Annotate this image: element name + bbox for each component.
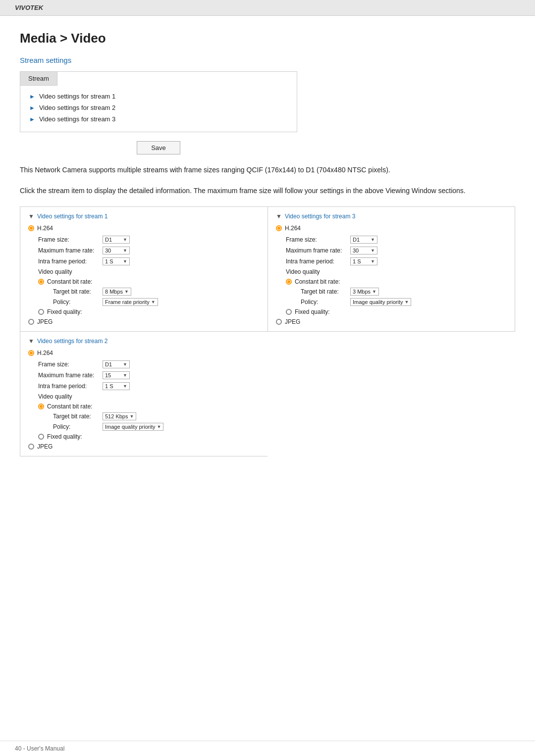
stream1-max-frame-rate-label: Maximum frame rate:	[38, 247, 103, 254]
stream1-max-frame-rate-row: Maximum frame rate: 30 ▼	[38, 247, 260, 254]
stream2-jpeg-row: JPEG	[28, 443, 260, 450]
stream2-header: ▼ Video settings for stream 2	[28, 338, 260, 345]
stream3-codec-row: H.264	[276, 225, 507, 232]
stream3-policy-select[interactable]: Image quality priority ▼	[350, 298, 411, 306]
stream3-target-arrow: ▼	[372, 289, 376, 294]
left-column: ▼ Video settings for stream 1 H.264 Fram…	[20, 206, 268, 456]
stream3-intra-arrow: ▼	[371, 259, 375, 264]
stream1-header: ▼ Video settings for stream 1	[28, 213, 260, 220]
footer-text: 40 - User's Manual	[15, 745, 64, 752]
stream1-jpeg-radio[interactable]	[28, 319, 34, 325]
stream3-cbr-radio[interactable]	[286, 279, 292, 285]
stream3-intra-frame-row: Intra frame period: 1 S ▼	[286, 257, 507, 265]
collapse-arrow-1: ▼	[28, 213, 34, 220]
top-bar: VIVOTEK	[0, 0, 535, 16]
stream2-policy-select[interactable]: Image quality priority ▼	[103, 423, 163, 431]
stream2-jpeg-radio[interactable]	[28, 444, 34, 450]
footer-bar: 40 - User's Manual	[0, 741, 535, 756]
stream1-frame-size-select[interactable]: D1 ▼	[103, 236, 130, 244]
stream3-frame-size-select[interactable]: D1 ▼	[350, 236, 377, 244]
stream2-intra-frame-row: Intra frame period: 1 S ▼	[38, 382, 260, 390]
stream1-title: Video settings for stream 1	[37, 213, 108, 220]
stream2-target-bit-rate-label: Target bit rate:	[53, 413, 103, 420]
stream1-target-bit-rate-select[interactable]: 8 Mbps ▼	[103, 288, 131, 296]
collapse-arrow-3: ▼	[276, 213, 282, 220]
stream2-frame-size-row: Frame size: D1 ▼	[38, 360, 260, 368]
stream2-policy-arrow: ▼	[157, 424, 161, 429]
stream1-intra-frame-row: Intra frame period: 1 S ▼	[38, 257, 260, 265]
stream1-cbr-row: Constant bit rate:	[38, 278, 260, 285]
stream1-jpeg-label: JPEG	[37, 318, 53, 325]
save-row: Save	[20, 141, 297, 154]
stream3-jpeg-label: JPEG	[285, 318, 300, 325]
stream1-panel: ▼ Video settings for stream 1 H.264 Fram…	[20, 206, 268, 332]
stream1-policy-row: Policy: Frame rate priority ▼	[53, 298, 260, 306]
stream2-max-frame-rate-select[interactable]: 15 ▼	[103, 371, 130, 379]
stream2-fixed-quality-row: Fixed quality:	[38, 433, 260, 440]
stream3-jpeg-radio[interactable]	[276, 319, 282, 325]
stream1-max-frame-rate-select[interactable]: 30 ▼	[103, 247, 130, 254]
description-1: This Network Camera supports multiple st…	[20, 164, 515, 175]
stream2-h264-radio[interactable]	[28, 350, 34, 356]
stream2-frame-size-label: Frame size:	[38, 361, 103, 368]
stream2-target-bit-rate-select[interactable]: 512 Kbps ▼	[103, 412, 136, 420]
stream-item-1-label: Video settings for stream 1	[39, 93, 115, 100]
stream2-cbr-row: Constant bit rate:	[38, 403, 260, 410]
stream1-intra-frame-select[interactable]: 1 S ▼	[103, 257, 130, 265]
stream1-policy-select[interactable]: Frame rate priority ▼	[103, 298, 158, 306]
stream1-fixed-quality-radio[interactable]	[38, 309, 44, 315]
main-content: Media > Video Stream settings Stream ► V…	[0, 16, 535, 471]
save-button[interactable]: Save	[137, 141, 180, 154]
stream3-frame-size-row: Frame size: D1 ▼	[286, 236, 507, 244]
stream1-fixed-quality-label: Fixed quality:	[47, 308, 82, 315]
stream1-fixed-quality-row: Fixed quality:	[38, 308, 260, 315]
stream3-fixed-quality-row: Fixed quality:	[286, 308, 507, 315]
stream3-policy-row: Policy: Image quality priority ▼	[301, 298, 507, 306]
stream-item-1[interactable]: ► Video settings for stream 1	[29, 91, 288, 102]
stream1-target-bit-rate-label: Target bit rate:	[53, 288, 103, 295]
stream3-video-quality-label: Video quality	[286, 268, 350, 275]
arrow-icon-2: ►	[29, 104, 35, 111]
stream2-panel: ▼ Video settings for stream 2 H.264 Fram…	[20, 332, 268, 456]
stream3-frame-size-arrow: ▼	[371, 237, 375, 242]
stream2-cbr-radio[interactable]	[38, 403, 44, 409]
stream3-cbr-label: Constant bit rate:	[295, 278, 340, 285]
stream1-target-arrow: ▼	[124, 289, 129, 294]
stream1-cbr-label: Constant bit rate:	[47, 278, 92, 285]
right-column: ▼ Video settings for stream 3 H.264 Fram…	[268, 206, 515, 456]
stream2-fixed-quality-label: Fixed quality:	[47, 433, 82, 440]
stream3-cbr-row: Constant bit rate:	[286, 278, 507, 285]
stream3-target-bit-rate-label: Target bit rate:	[301, 288, 350, 295]
stream2-intra-arrow: ▼	[123, 384, 127, 389]
stream1-h264-radio[interactable]	[28, 225, 34, 231]
stream1-policy-arrow: ▼	[151, 300, 156, 304]
stream3-h264-radio[interactable]	[276, 225, 282, 231]
stream2-intra-frame-label: Intra frame period:	[38, 383, 103, 390]
stream3-max-frame-rate-select[interactable]: 30 ▼	[350, 247, 377, 254]
stream1-frame-size-arrow: ▼	[123, 237, 127, 242]
page-title: Media > Video	[20, 31, 515, 46]
stream-tab[interactable]: Stream	[20, 72, 57, 86]
stream3-intra-frame-label: Intra frame period:	[286, 258, 350, 265]
stream3-policy-label: Policy:	[301, 299, 350, 305]
stream3-max-frame-rate-row: Maximum frame rate: 30 ▼	[286, 247, 507, 254]
stream1-video-quality-row: Video quality	[38, 268, 260, 275]
stream2-fixed-quality-radio[interactable]	[38, 434, 44, 440]
stream3-target-bit-rate-select[interactable]: 3 Mbps ▼	[350, 288, 379, 296]
stream1-frame-size-label: Frame size:	[38, 236, 103, 243]
stream3-codec-label: H.264	[285, 225, 301, 232]
stream2-policy-row: Policy: Image quality priority ▼	[53, 423, 260, 431]
stream3-fixed-quality-radio[interactable]	[286, 309, 292, 315]
stream2-frame-size-select[interactable]: D1 ▼	[103, 360, 130, 368]
stream3-intra-frame-select[interactable]: 1 S ▼	[350, 257, 377, 265]
stream-item-2[interactable]: ► Video settings for stream 2	[29, 102, 288, 113]
stream2-intra-frame-select[interactable]: 1 S ▼	[103, 382, 130, 390]
stream2-codec-label: H.264	[37, 350, 53, 356]
stream2-video-quality-row: Video quality	[38, 393, 260, 400]
stream1-target-bit-rate-row: Target bit rate: 8 Mbps ▼	[53, 288, 260, 296]
arrow-icon-3: ►	[29, 116, 35, 123]
stream2-target-bit-rate-row: Target bit rate: 512 Kbps ▼	[53, 412, 260, 420]
stream1-cbr-radio[interactable]	[38, 279, 44, 285]
stream3-max-frame-rate-label: Maximum frame rate:	[286, 247, 350, 254]
stream-item-3[interactable]: ► Video settings for stream 3	[29, 113, 288, 125]
